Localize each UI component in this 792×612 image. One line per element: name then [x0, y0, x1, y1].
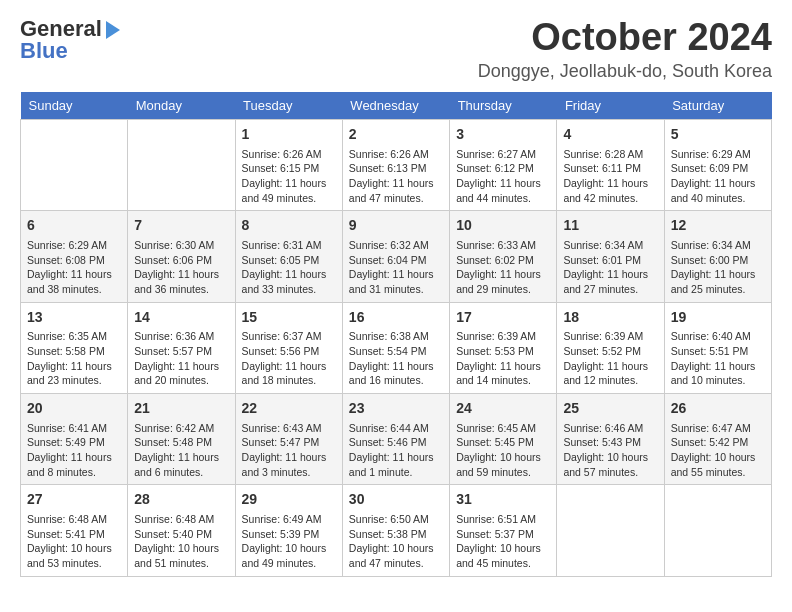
calendar-cell: 19Sunrise: 6:40 AM Sunset: 5:51 PM Dayli… [664, 302, 771, 393]
day-info: Sunrise: 6:39 AM Sunset: 5:53 PM Dayligh… [456, 329, 550, 388]
day-number: 21 [134, 399, 228, 419]
calendar-cell: 29Sunrise: 6:49 AM Sunset: 5:39 PM Dayli… [235, 485, 342, 576]
calendar-cell [128, 120, 235, 211]
calendar-cell: 20Sunrise: 6:41 AM Sunset: 5:49 PM Dayli… [21, 394, 128, 485]
calendar-cell: 27Sunrise: 6:48 AM Sunset: 5:41 PM Dayli… [21, 485, 128, 576]
day-number: 31 [456, 490, 550, 510]
day-number: 26 [671, 399, 765, 419]
day-info: Sunrise: 6:46 AM Sunset: 5:43 PM Dayligh… [563, 421, 657, 480]
day-number: 6 [27, 216, 121, 236]
day-number: 1 [242, 125, 336, 145]
day-number: 10 [456, 216, 550, 236]
calendar-cell: 2Sunrise: 6:26 AM Sunset: 6:13 PM Daylig… [342, 120, 449, 211]
day-info: Sunrise: 6:36 AM Sunset: 5:57 PM Dayligh… [134, 329, 228, 388]
day-info: Sunrise: 6:26 AM Sunset: 6:13 PM Dayligh… [349, 147, 443, 206]
col-header-saturday: Saturday [664, 92, 771, 120]
calendar-cell: 17Sunrise: 6:39 AM Sunset: 5:53 PM Dayli… [450, 302, 557, 393]
day-info: Sunrise: 6:33 AM Sunset: 6:02 PM Dayligh… [456, 238, 550, 297]
calendar-cell: 26Sunrise: 6:47 AM Sunset: 5:42 PM Dayli… [664, 394, 771, 485]
day-number: 27 [27, 490, 121, 510]
week-row-5: 27Sunrise: 6:48 AM Sunset: 5:41 PM Dayli… [21, 485, 772, 576]
day-info: Sunrise: 6:41 AM Sunset: 5:49 PM Dayligh… [27, 421, 121, 480]
location-title: Donggye, Jeollabuk-do, South Korea [478, 61, 772, 82]
calendar-cell: 5Sunrise: 6:29 AM Sunset: 6:09 PM Daylig… [664, 120, 771, 211]
day-number: 14 [134, 308, 228, 328]
calendar-cell: 3Sunrise: 6:27 AM Sunset: 6:12 PM Daylig… [450, 120, 557, 211]
calendar-cell [664, 485, 771, 576]
day-number: 19 [671, 308, 765, 328]
day-info: Sunrise: 6:51 AM Sunset: 5:37 PM Dayligh… [456, 512, 550, 571]
calendar-cell: 30Sunrise: 6:50 AM Sunset: 5:38 PM Dayli… [342, 485, 449, 576]
month-title: October 2024 [478, 16, 772, 59]
day-info: Sunrise: 6:40 AM Sunset: 5:51 PM Dayligh… [671, 329, 765, 388]
col-header-tuesday: Tuesday [235, 92, 342, 120]
day-number: 8 [242, 216, 336, 236]
calendar-cell: 13Sunrise: 6:35 AM Sunset: 5:58 PM Dayli… [21, 302, 128, 393]
day-number: 15 [242, 308, 336, 328]
day-info: Sunrise: 6:28 AM Sunset: 6:11 PM Dayligh… [563, 147, 657, 206]
day-info: Sunrise: 6:48 AM Sunset: 5:41 PM Dayligh… [27, 512, 121, 571]
day-number: 2 [349, 125, 443, 145]
day-info: Sunrise: 6:32 AM Sunset: 6:04 PM Dayligh… [349, 238, 443, 297]
day-info: Sunrise: 6:35 AM Sunset: 5:58 PM Dayligh… [27, 329, 121, 388]
col-header-monday: Monday [128, 92, 235, 120]
day-info: Sunrise: 6:45 AM Sunset: 5:45 PM Dayligh… [456, 421, 550, 480]
day-number: 20 [27, 399, 121, 419]
calendar-cell: 15Sunrise: 6:37 AM Sunset: 5:56 PM Dayli… [235, 302, 342, 393]
day-info: Sunrise: 6:31 AM Sunset: 6:05 PM Dayligh… [242, 238, 336, 297]
day-number: 11 [563, 216, 657, 236]
day-number: 4 [563, 125, 657, 145]
calendar-cell: 16Sunrise: 6:38 AM Sunset: 5:54 PM Dayli… [342, 302, 449, 393]
day-number: 5 [671, 125, 765, 145]
day-number: 17 [456, 308, 550, 328]
day-number: 23 [349, 399, 443, 419]
calendar-cell [557, 485, 664, 576]
day-info: Sunrise: 6:34 AM Sunset: 6:01 PM Dayligh… [563, 238, 657, 297]
day-number: 7 [134, 216, 228, 236]
day-info: Sunrise: 6:29 AM Sunset: 6:08 PM Dayligh… [27, 238, 121, 297]
calendar-cell: 21Sunrise: 6:42 AM Sunset: 5:48 PM Dayli… [128, 394, 235, 485]
day-info: Sunrise: 6:50 AM Sunset: 5:38 PM Dayligh… [349, 512, 443, 571]
col-header-thursday: Thursday [450, 92, 557, 120]
calendar-cell: 14Sunrise: 6:36 AM Sunset: 5:57 PM Dayli… [128, 302, 235, 393]
day-info: Sunrise: 6:26 AM Sunset: 6:15 PM Dayligh… [242, 147, 336, 206]
day-info: Sunrise: 6:39 AM Sunset: 5:52 PM Dayligh… [563, 329, 657, 388]
day-info: Sunrise: 6:30 AM Sunset: 6:06 PM Dayligh… [134, 238, 228, 297]
day-number: 13 [27, 308, 121, 328]
page-header: General Blue October 2024 Donggye, Jeoll… [20, 16, 772, 82]
calendar-cell: 23Sunrise: 6:44 AM Sunset: 5:46 PM Dayli… [342, 394, 449, 485]
calendar-cell: 4Sunrise: 6:28 AM Sunset: 6:11 PM Daylig… [557, 120, 664, 211]
calendar-cell: 11Sunrise: 6:34 AM Sunset: 6:01 PM Dayli… [557, 211, 664, 302]
day-number: 22 [242, 399, 336, 419]
col-header-sunday: Sunday [21, 92, 128, 120]
calendar-table: SundayMondayTuesdayWednesdayThursdayFrid… [20, 92, 772, 577]
week-row-1: 1Sunrise: 6:26 AM Sunset: 6:15 PM Daylig… [21, 120, 772, 211]
calendar-cell: 7Sunrise: 6:30 AM Sunset: 6:06 PM Daylig… [128, 211, 235, 302]
day-number: 18 [563, 308, 657, 328]
week-row-2: 6Sunrise: 6:29 AM Sunset: 6:08 PM Daylig… [21, 211, 772, 302]
calendar-cell: 24Sunrise: 6:45 AM Sunset: 5:45 PM Dayli… [450, 394, 557, 485]
day-info: Sunrise: 6:38 AM Sunset: 5:54 PM Dayligh… [349, 329, 443, 388]
day-number: 29 [242, 490, 336, 510]
day-info: Sunrise: 6:37 AM Sunset: 5:56 PM Dayligh… [242, 329, 336, 388]
col-header-friday: Friday [557, 92, 664, 120]
day-number: 12 [671, 216, 765, 236]
calendar-cell: 25Sunrise: 6:46 AM Sunset: 5:43 PM Dayli… [557, 394, 664, 485]
day-info: Sunrise: 6:29 AM Sunset: 6:09 PM Dayligh… [671, 147, 765, 206]
day-info: Sunrise: 6:44 AM Sunset: 5:46 PM Dayligh… [349, 421, 443, 480]
calendar-cell [21, 120, 128, 211]
logo: General Blue [20, 16, 120, 64]
day-info: Sunrise: 6:27 AM Sunset: 6:12 PM Dayligh… [456, 147, 550, 206]
calendar-cell: 6Sunrise: 6:29 AM Sunset: 6:08 PM Daylig… [21, 211, 128, 302]
week-row-4: 20Sunrise: 6:41 AM Sunset: 5:49 PM Dayli… [21, 394, 772, 485]
day-number: 3 [456, 125, 550, 145]
day-number: 28 [134, 490, 228, 510]
day-info: Sunrise: 6:42 AM Sunset: 5:48 PM Dayligh… [134, 421, 228, 480]
calendar-cell: 31Sunrise: 6:51 AM Sunset: 5:37 PM Dayli… [450, 485, 557, 576]
day-number: 24 [456, 399, 550, 419]
calendar-cell: 12Sunrise: 6:34 AM Sunset: 6:00 PM Dayli… [664, 211, 771, 302]
day-number: 9 [349, 216, 443, 236]
day-number: 30 [349, 490, 443, 510]
day-number: 16 [349, 308, 443, 328]
col-header-wednesday: Wednesday [342, 92, 449, 120]
